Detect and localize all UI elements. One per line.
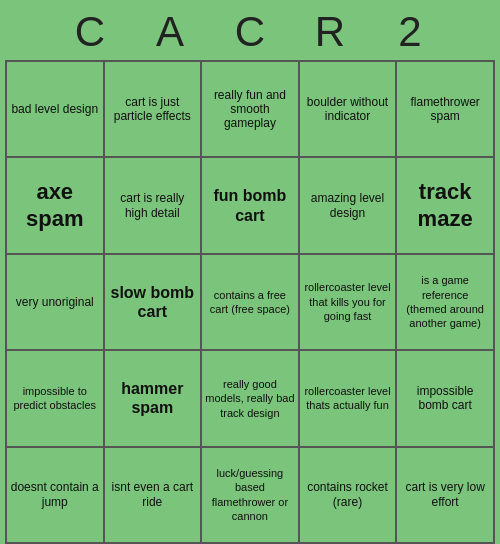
cell-3-1[interactable]: hammer spam <box>104 350 202 446</box>
title-letter-a: A <box>130 8 210 56</box>
cell-1-1[interactable]: cart is really high detail <box>104 157 202 253</box>
title-letter-c2: C <box>210 8 290 56</box>
cell-1-4[interactable]: track maze <box>396 157 494 253</box>
cell-0-2[interactable]: really fun and smooth gameplay <box>201 61 299 157</box>
cell-4-3[interactable]: contains rocket (rare) <box>299 447 397 543</box>
cell-4-1[interactable]: isnt even a cart ride <box>104 447 202 543</box>
cell-4-4[interactable]: cart is very low effort <box>396 447 494 543</box>
cell-3-2[interactable]: really good models, really bad track des… <box>201 350 299 446</box>
cell-2-2[interactable]: contains a free cart (free space) <box>201 254 299 350</box>
cell-3-4[interactable]: impossible bomb cart <box>396 350 494 446</box>
cell-4-0[interactable]: doesnt contain a jump <box>6 447 104 543</box>
cell-3-0[interactable]: impossible to predict obstacles <box>6 350 104 446</box>
cell-1-0[interactable]: axe spam <box>6 157 104 253</box>
cell-1-2[interactable]: fun bomb cart <box>201 157 299 253</box>
cell-4-2[interactable]: luck/guessing based flamethrower or cann… <box>201 447 299 543</box>
cell-0-1[interactable]: cart is just particle effects <box>104 61 202 157</box>
title-letter-2: 2 <box>370 8 450 56</box>
cell-2-4[interactable]: is a game reference (themed around anoth… <box>396 254 494 350</box>
cell-0-3[interactable]: boulder without indicator <box>299 61 397 157</box>
cell-2-1[interactable]: slow bomb cart <box>104 254 202 350</box>
title-letter-r: R <box>290 8 370 56</box>
title-letter-c: C <box>50 8 130 56</box>
title-row: C A C R 2 <box>0 0 500 60</box>
cell-0-4[interactable]: flamethrower spam <box>396 61 494 157</box>
cell-3-3[interactable]: rollercoaster level thats actually fun <box>299 350 397 446</box>
cell-2-0[interactable]: very unoriginal <box>6 254 104 350</box>
cell-2-3[interactable]: rollercoaster level that kills you for g… <box>299 254 397 350</box>
cell-1-3[interactable]: amazing level design <box>299 157 397 253</box>
cell-0-0[interactable]: bad level design <box>6 61 104 157</box>
bingo-table: bad level designcart is just particle ef… <box>5 60 495 544</box>
